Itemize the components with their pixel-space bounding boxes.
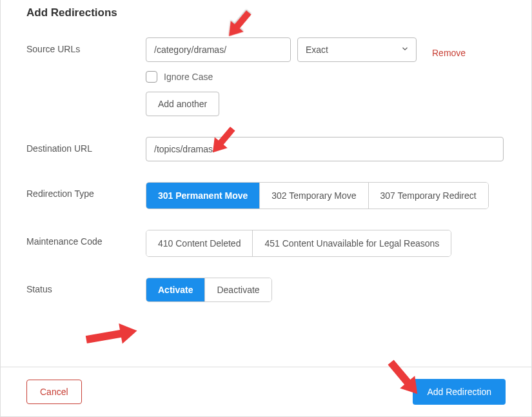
- deactivate-button[interactable]: Deactivate: [205, 278, 271, 301]
- match-type-select[interactable]: Exact: [297, 37, 417, 62]
- destination-url-input[interactable]: [146, 137, 504, 161]
- source-url-input[interactable]: [146, 37, 291, 62]
- maintenance-code-group: 410 Content Deleted 451 Content Unavaila…: [146, 230, 451, 257]
- redirect-307-button[interactable]: 307 Temporary Redirect: [369, 183, 488, 208]
- maintenance-code-label: Maintenance Code: [26, 230, 146, 247]
- maintenance-451-button[interactable]: 451 Content Unavailable for Legal Reason…: [253, 230, 451, 256]
- activate-button[interactable]: Activate: [146, 278, 205, 301]
- status-group: Activate Deactivate: [146, 278, 272, 302]
- chevron-down-icon: [400, 45, 409, 56]
- footer: Cancel Add Redirection: [1, 367, 531, 416]
- cancel-button[interactable]: Cancel: [26, 380, 82, 404]
- source-urls-label: Source URLs: [26, 37, 146, 54]
- maintenance-410-button[interactable]: 410 Content Deleted: [146, 230, 253, 256]
- redirect-302-button[interactable]: 302 Temporary Move: [260, 183, 368, 208]
- ignore-case-checkbox[interactable]: [146, 71, 157, 83]
- arrow-annotation-icon: [75, 316, 146, 352]
- match-type-value: Exact: [306, 45, 328, 55]
- svg-marker-2: [84, 321, 139, 350]
- status-label: Status: [26, 278, 146, 294]
- ignore-case-label: Ignore Case: [164, 72, 213, 82]
- add-another-button[interactable]: Add another: [146, 92, 219, 116]
- redirection-type-label: Redirection Type: [26, 182, 146, 199]
- add-redirection-button[interactable]: Add Redirection: [413, 379, 506, 405]
- remove-link[interactable]: Remove: [432, 41, 466, 58]
- redirection-type-group: 301 Permanent Move 302 Temporary Move 30…: [146, 182, 489, 209]
- page-title: Add Redirections: [26, 6, 506, 19]
- redirect-301-button[interactable]: 301 Permanent Move: [146, 183, 260, 208]
- destination-url-label: Destination URL: [26, 137, 146, 154]
